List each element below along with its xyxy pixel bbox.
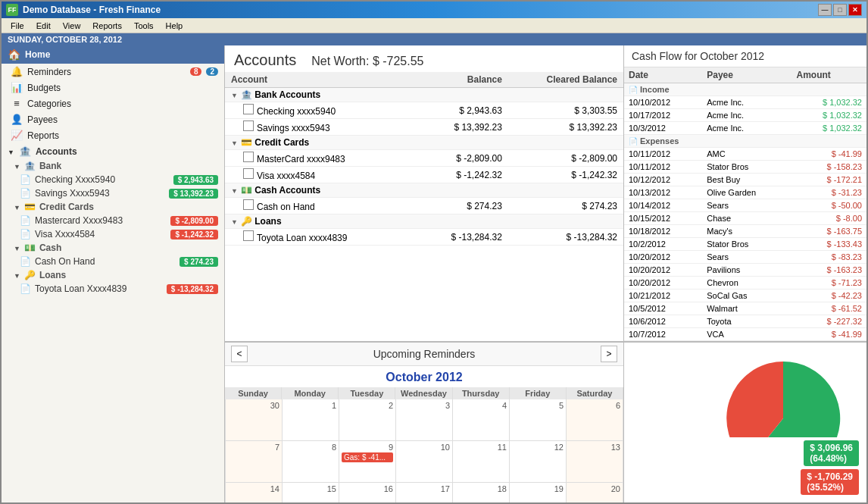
cashflow-row[interactable]: 10/21/2012SoCal Gas$ -42.23 — [624, 290, 866, 302]
cash-on-hand-icon: 📄 — [20, 256, 31, 267]
cashflow-row[interactable]: 10/15/2012Chase$ -8.00 — [624, 212, 866, 225]
calendar-cell[interactable]: 5 — [510, 399, 567, 441]
calendar-next-button[interactable]: > — [601, 346, 617, 362]
sidebar-item-mastercard[interactable]: 📄 Mastercard Xxxx9483 $ -2,809.00 — [2, 214, 224, 227]
cf-col-payee: Payee — [702, 67, 792, 83]
cashflow-row[interactable]: 10/20/2012Sears$ -83.23 — [624, 251, 866, 264]
menu-tools[interactable]: Tools — [128, 20, 160, 32]
cal-day-number: 5 — [512, 401, 564, 410]
minimize-button[interactable]: — — [818, 4, 832, 16]
calendar-cell[interactable]: 10 — [396, 441, 453, 483]
pie-expense-label: $ -1,706.29(35.52%) — [801, 469, 859, 495]
maximize-button[interactable]: □ — [833, 4, 847, 16]
cashflow-row[interactable]: 10/2/2012Stator Bros$ -133.43 — [624, 238, 866, 251]
calendar-cell[interactable]: 13 — [567, 441, 623, 483]
cashflow-row[interactable]: 10/6/2012Toyota$ -227.32 — [624, 315, 866, 328]
cashflow-row[interactable]: 10/3/2012Acme Inc.$ 1,032.32 — [624, 122, 866, 135]
loans-section-icon: 🔑 — [24, 270, 36, 280]
accounts-header: Accounts Net Worth: $ -725.55 — [225, 45, 623, 72]
sidebar-item-toyota-loan[interactable]: 📄 Toyota Loan Xxxx4839 $ -13,284.32 — [2, 282, 224, 296]
cf-col-amount: Amount — [792, 67, 866, 83]
cashflow-row[interactable]: 10/11/2012AMC$ -41.99 — [624, 148, 866, 161]
calendar-grid: Sunday Monday Tuesday Wednesday Thursday… — [225, 387, 623, 502]
menu-reports[interactable]: Reports — [86, 20, 128, 32]
cal-day-number: 30 — [228, 401, 279, 410]
cal-day-number: 17 — [398, 484, 450, 493]
savings-icon: 📄 — [20, 188, 31, 199]
calendar-cell[interactable]: 18 — [453, 483, 510, 502]
menu-file[interactable]: File — [5, 20, 30, 32]
sidebar-item-visa[interactable]: 📄 Visa Xxxx4584 $ -1,242.32 — [2, 227, 224, 241]
account-row[interactable]: MasterCard xxxx9483$ -2,809.00$ -2,809.0… — [225, 150, 623, 167]
cashflow-row[interactable]: 10/10/2012Acme Inc.$ 1,032.32 — [624, 96, 866, 109]
sidebar-item-reminders[interactable]: 🔔 Reminders 8 2 — [2, 64, 224, 80]
cashflow-row[interactable]: 10/20/2012Chevron$ -71.23 — [624, 277, 866, 290]
calendar-cell[interactable]: 11 — [453, 441, 510, 483]
sidebar-item-categories[interactable]: ≡ Categories — [2, 95, 224, 111]
calendar-cell[interactable]: 19 — [510, 483, 567, 502]
account-row[interactable]: Toyota Loan xxxx4839$ -13,284.32$ -13,28… — [225, 229, 623, 246]
cashflow-row[interactable]: 10/11/2012Stator Bros$ -158.23 — [624, 161, 866, 174]
calendar-cell[interactable]: 7 — [226, 441, 283, 483]
account-row[interactable]: Visa xxxx4584$ -1,242.32$ -1,242.32 — [225, 167, 623, 183]
savings-balance: $ 13,392.23 — [169, 189, 218, 199]
account-row[interactable]: Savings xxxx5943$ 13,392.23$ 13,392.23 — [225, 119, 623, 136]
calendar-cell[interactable]: 12 — [510, 441, 567, 483]
account-row[interactable]: Cash on Hand$ 274.23$ 274.23 — [225, 198, 623, 214]
account-row[interactable]: Checking xxxx5940$ 2,943.63$ 3,303.55 — [225, 102, 623, 119]
cashflow-row[interactable]: 10/13/2012Olive Garden$ -31.23 — [624, 186, 866, 199]
cash-triangle — [14, 243, 20, 253]
menu-view[interactable]: View — [57, 20, 87, 32]
calendar-cell[interactable]: 6 — [567, 399, 623, 441]
sidebar-item-checking[interactable]: 📄 Checking Xxxx5940 $ 2,943.63 — [2, 173, 224, 186]
calendar-cell[interactable]: 2 — [339, 399, 396, 441]
date-bar: SUNDAY, OCTOBER 28, 2012 — [2, 33, 866, 45]
cashflow-row[interactable]: 10/14/2012Sears$ -50.00 — [624, 199, 866, 212]
sidebar-cash-section[interactable]: 💵 Cash — [2, 241, 224, 255]
calendar-cell[interactable]: 3 — [396, 399, 453, 441]
cal-day-number: 12 — [512, 443, 564, 452]
accounts-title: Accounts — [234, 52, 296, 69]
cashflow-row[interactable]: 10/5/2012Walmart$ -61.52 — [624, 302, 866, 315]
sidebar-bank-section[interactable]: 🏦 Bank — [2, 159, 224, 173]
toyota-loan-balance: $ -13,284.32 — [167, 284, 218, 294]
sidebar-accounts-section[interactable]: 🏦 Accounts — [2, 143, 224, 159]
menu-help[interactable]: Help — [160, 20, 189, 32]
cal-day-number: 13 — [569, 443, 620, 452]
cashflow-row[interactable]: 10/20/2012Pavilions$ -163.23 — [624, 264, 866, 277]
cashflow-panel: Cash Flow for October 2012 Date Payee Am… — [624, 45, 866, 341]
cashflow-row[interactable]: 10/7/2012VCA$ -41.99 — [624, 328, 866, 341]
cashflow-row[interactable]: 10/17/2012Acme Inc.$ 1,032.32 — [624, 109, 866, 122]
calendar-cell[interactable]: 8 — [283, 441, 339, 483]
calendar-cell[interactable]: 4 — [453, 399, 510, 441]
window-controls: — □ ✕ — [818, 4, 862, 16]
loans-triangle — [14, 270, 20, 280]
cal-day-number: 9 — [342, 443, 393, 452]
calendar-cell[interactable]: 14 — [226, 483, 283, 502]
close-button[interactable]: ✕ — [848, 4, 862, 16]
calendar-cell[interactable]: 1 — [283, 399, 339, 441]
sidebar-credit-section[interactable]: 💳 Credit Cards — [2, 200, 224, 214]
sidebar-item-payees[interactable]: 👤 Payees — [2, 111, 224, 127]
calendar-cell[interactable]: 30 — [226, 399, 283, 441]
sidebar-item-budgets[interactable]: 📊 Budgets — [2, 80, 224, 95]
calendar-cell[interactable]: 9Gas: $ -41... — [339, 441, 396, 483]
cal-day-number: 14 — [228, 484, 279, 493]
calendar-cell[interactable]: 17 — [396, 483, 453, 502]
sidebar-loans-section[interactable]: 🔑 Loans — [2, 268, 224, 282]
calendar-prev-button[interactable]: < — [231, 346, 248, 362]
menu-edit[interactable]: Edit — [30, 20, 57, 32]
sidebar-item-reports[interactable]: 📈 Reports — [2, 127, 224, 143]
cal-day-number: 3 — [398, 401, 450, 410]
calendar-event[interactable]: Gas: $ -41... — [342, 452, 393, 462]
calendar-cell[interactable]: 20 — [567, 483, 623, 502]
cashflow-row[interactable]: 10/12/2012Best Buy$ -172.21 — [624, 174, 866, 186]
cashflow-row[interactable]: 10/18/2012Macy's$ -163.75 — [624, 225, 866, 238]
sidebar-home[interactable]: 🏠 Home — [2, 45, 224, 64]
sidebar-item-savings[interactable]: 📄 Savings Xxxx5943 $ 13,392.23 — [2, 186, 224, 200]
calendar-cell[interactable]: 15 — [283, 483, 339, 502]
col-balance: Balance — [404, 72, 508, 88]
sidebar-item-cash-on-hand[interactable]: 📄 Cash On Hand $ 274.23 — [2, 255, 224, 268]
calendar-cell[interactable]: 16 — [339, 483, 396, 502]
accounts-section-label: Accounts — [36, 146, 77, 157]
